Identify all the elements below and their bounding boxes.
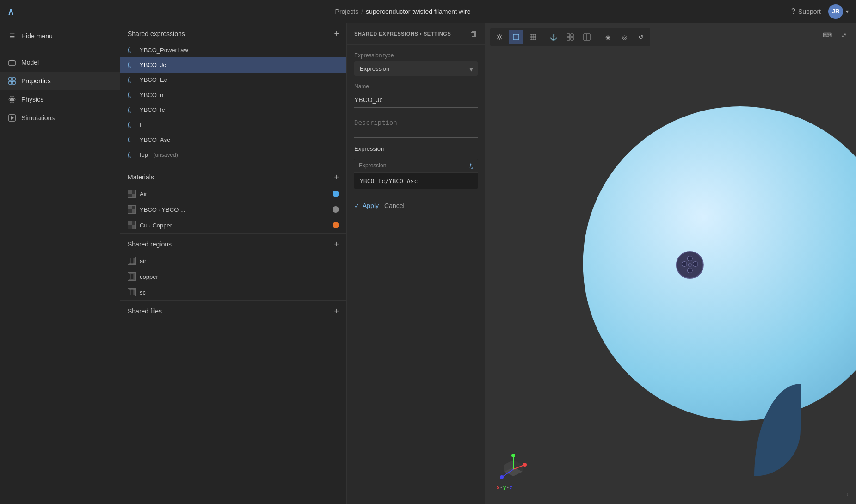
- expr-label: YBCO_n: [140, 92, 163, 98]
- expr-item-ybco-ic[interactable]: fx YBCO_Ic: [120, 103, 346, 117]
- grid4-button[interactable]: [563, 30, 578, 44]
- fx-button[interactable]: fx: [469, 161, 473, 170]
- expr-label: YBCO_PowerLaw: [140, 47, 188, 54]
- toolbar-divider-2: [597, 31, 597, 43]
- expression-type-label: Expression type: [354, 52, 478, 59]
- sidebar-item-hide-menu[interactable]: ☰ Hide menu: [0, 27, 120, 45]
- anchor-button[interactable]: ⚓: [546, 30, 561, 44]
- user-menu[interactable]: JR ▾: [828, 4, 849, 19]
- name-input[interactable]: [354, 92, 478, 108]
- material-icon: [128, 221, 136, 229]
- svg-marker-11: [11, 116, 14, 120]
- coord-y: y: [503, 485, 506, 490]
- expr-item-ybco-asc[interactable]: fx YBCO_Asc: [120, 132, 346, 147]
- material-color-dot: [333, 191, 339, 197]
- settings-title: SHARED EXPRESSIONS • SETTINGS: [354, 31, 451, 37]
- fx-icon: fx: [128, 121, 136, 129]
- material-copper[interactable]: Cu · Copper: [120, 217, 346, 233]
- add-expression-button[interactable]: +: [334, 30, 339, 38]
- svg-point-39: [523, 463, 527, 467]
- sidebar-item-physics[interactable]: Physics: [0, 90, 120, 109]
- properties-panel: Shared expressions + fx YBCO_PowerLaw fx…: [120, 23, 347, 504]
- fx-icon: fx: [128, 76, 136, 84]
- material-label: YBCO · YBCO ...: [140, 206, 185, 213]
- expr-label: f: [140, 122, 142, 129]
- fx-icon: fx: [128, 151, 136, 159]
- topbar-left: ∧: [7, 6, 14, 17]
- material-ybco[interactable]: YBCO · YBCO ...: [120, 202, 346, 217]
- expr-item-ybco-n[interactable]: fx YBCO_n: [120, 87, 346, 102]
- model-label: Model: [21, 59, 39, 66]
- svg-point-6: [11, 98, 13, 100]
- expr-item-f[interactable]: fx f: [120, 117, 346, 132]
- material-color-dot: [333, 222, 339, 228]
- description-input[interactable]: [354, 115, 478, 138]
- materials-list: Air YBCO · YBCO ...: [120, 186, 346, 233]
- shared-regions-title: Shared regions: [128, 240, 172, 248]
- viewport-toolbar-right: ⌨ ⤢: [820, 28, 851, 43]
- settings-panel-header: SHARED EXPRESSIONS • SETTINGS 🗑: [347, 23, 485, 45]
- svg-rect-2: [9, 78, 12, 80]
- eye-button-1[interactable]: ◉: [600, 30, 615, 44]
- expand-button[interactable]: ⤢: [837, 28, 851, 43]
- view-split-button[interactable]: [579, 30, 594, 44]
- region-copper[interactable]: copper: [120, 269, 346, 284]
- expr-item-ybco-jc[interactable]: fx YBCO_Jc: [120, 57, 346, 72]
- shared-files-header: Shared files +: [120, 301, 346, 320]
- expr-box-body[interactable]: YBCO_Ic/YBCO_Asc: [354, 173, 478, 189]
- svg-rect-5: [12, 81, 15, 84]
- expression-type-field: Expression type Expression Piecewise Ana…: [354, 52, 478, 76]
- region-sc[interactable]: sc: [120, 284, 346, 300]
- wireframe-button[interactable]: [525, 30, 540, 44]
- expression-type-select-wrapper[interactable]: Expression Piecewise Analytic: [354, 61, 478, 76]
- svg-rect-31: [571, 37, 573, 40]
- main-content: ☰ Hide menu Model: [0, 23, 856, 504]
- shared-expressions-header: Shared expressions +: [120, 23, 346, 43]
- coord-z: z: [510, 485, 512, 490]
- sidebar-nav: ☰ Hide menu: [0, 23, 120, 49]
- properties-label: Properties: [21, 77, 51, 85]
- material-label: Cu · Copper: [140, 222, 172, 229]
- expr-item-ybco-ec[interactable]: fx YBCO_Ec: [120, 73, 346, 87]
- main-circle: [583, 106, 856, 421]
- keyboard-button[interactable]: ⌨: [820, 28, 835, 43]
- expression-box: Expression fx YBCO_Ic/YBCO_Asc: [354, 159, 478, 189]
- settings-panel: SHARED EXPRESSIONS • SETTINGS 🗑 Expressi…: [347, 23, 486, 504]
- add-region-button[interactable]: +: [334, 240, 339, 248]
- play-icon: [7, 113, 17, 123]
- support-label: Support: [798, 8, 821, 15]
- expr-item-iop[interactable]: fx Iop (unsaved): [120, 148, 346, 162]
- cancel-button[interactable]: Cancel: [384, 202, 405, 209]
- topbar: ∧ Projects / superconductor twisted fila…: [0, 0, 856, 23]
- shared-expressions-title: Shared expressions: [128, 30, 185, 37]
- avatar[interactable]: JR: [828, 4, 843, 19]
- sidebar-item-simulations[interactable]: Simulations: [0, 109, 120, 127]
- expression-type-select[interactable]: Expression Piecewise Analytic: [354, 61, 478, 76]
- projects-link[interactable]: Projects: [335, 8, 359, 15]
- region-air[interactable]: air: [120, 253, 346, 269]
- apply-button[interactable]: ✓ Apply: [354, 200, 379, 211]
- material-air[interactable]: Air: [120, 186, 346, 202]
- solid-view-button[interactable]: [509, 30, 523, 44]
- sidebar-item-properties[interactable]: Properties: [0, 72, 120, 90]
- add-file-button[interactable]: +: [334, 307, 339, 315]
- eye-button-2[interactable]: ◎: [617, 30, 632, 44]
- add-material-button[interactable]: +: [334, 173, 339, 181]
- delete-button[interactable]: 🗑: [470, 30, 478, 38]
- unsaved-badge: (unsaved): [152, 152, 178, 158]
- expr-item-ybco-powerlaw[interactable]: fx YBCO_PowerLaw: [120, 43, 346, 57]
- undo-view-button[interactable]: ↺: [634, 30, 648, 44]
- filament-cluster: [676, 251, 703, 279]
- project-name: superconductor twisted filament wire: [366, 8, 470, 15]
- expr-box-label: Expression: [359, 162, 386, 169]
- sidebar-item-model[interactable]: Model: [0, 53, 120, 72]
- svg-rect-29: [571, 34, 573, 37]
- settings-view-button[interactable]: [492, 30, 507, 44]
- svg-point-41: [511, 454, 515, 457]
- fx-icon: fx: [128, 136, 136, 143]
- 3d-scene: x • y • z ↕: [486, 23, 856, 504]
- hamburger-icon: ☰: [7, 31, 17, 41]
- svg-rect-4: [9, 81, 12, 84]
- check-icon: ✓: [354, 202, 360, 209]
- support-button[interactable]: ? Support: [791, 7, 821, 16]
